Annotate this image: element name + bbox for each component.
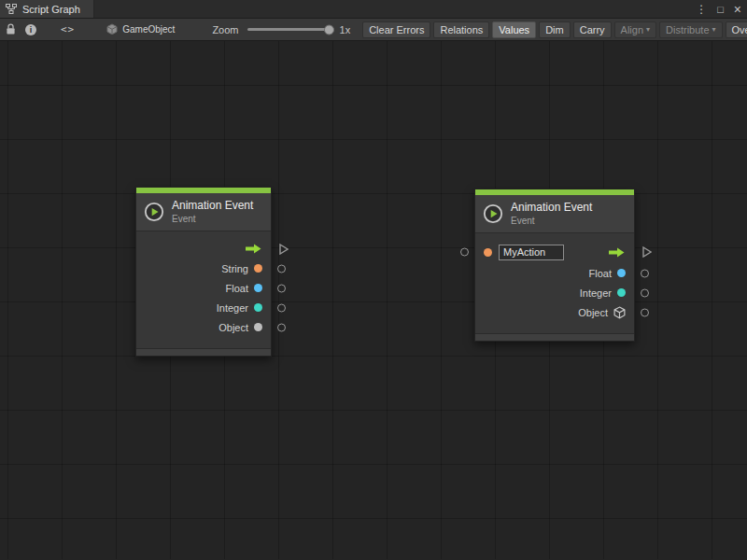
port-label: Object xyxy=(218,322,248,333)
flow-output-port[interactable] xyxy=(279,244,289,255)
port-label: Object xyxy=(578,307,608,318)
port-row-float: Float xyxy=(475,263,634,283)
overview-button[interactable]: Overview xyxy=(726,21,747,38)
zoom-value: 1x xyxy=(340,24,351,35)
string-type-dot xyxy=(254,264,262,273)
clear-errors-button[interactable]: Clear Errors xyxy=(362,21,430,38)
port-row-flow xyxy=(136,239,271,259)
distribute-button[interactable]: Distribute ▾ xyxy=(659,21,722,38)
integer-output-port[interactable] xyxy=(277,303,286,312)
port-label: Integer xyxy=(580,287,612,299)
object-output-port[interactable] xyxy=(641,308,649,316)
gameobject-selector[interactable]: GameObject xyxy=(106,23,175,35)
event-play-icon xyxy=(144,202,164,222)
integer-type-dot xyxy=(254,303,262,312)
flow-arrow-icon xyxy=(609,247,626,258)
object-cube-icon xyxy=(613,306,626,319)
port-label: Float xyxy=(226,283,248,294)
node-title: Animation Event xyxy=(172,199,253,212)
integer-type-dot xyxy=(617,288,626,297)
float-type-dot xyxy=(254,284,262,292)
align-label: Align xyxy=(621,22,643,37)
node-footer xyxy=(136,348,271,356)
float-output-port[interactable] xyxy=(641,269,649,277)
port-row-string: String xyxy=(136,259,271,278)
port-label: String xyxy=(221,263,248,274)
lock-icon[interactable] xyxy=(6,23,16,35)
flow-arrow-icon xyxy=(246,244,262,254)
node-animation-event-2[interactable]: Animation Event Event xyxy=(474,189,635,342)
string-output-port[interactable] xyxy=(277,264,286,273)
node-body: Float Integer Object xyxy=(475,233,634,333)
gameobject-icon xyxy=(106,23,118,35)
tab-script-graph[interactable]: Script Graph xyxy=(0,0,94,18)
node-header: Animation Event Event xyxy=(136,193,271,231)
dim-button[interactable]: Dim xyxy=(539,21,571,38)
graph-toolbar: i <> GameObject Zoom 1x Clear Errors Rel… xyxy=(0,19,747,41)
zoom-slider-handle[interactable] xyxy=(324,24,334,35)
close-icon[interactable]: × xyxy=(734,3,741,16)
port-row-name-input xyxy=(475,241,634,263)
object-output-port[interactable] xyxy=(277,323,286,331)
distribute-label: Distribute xyxy=(666,22,709,37)
relations-button[interactable]: Relations xyxy=(433,21,489,38)
object-type-dot xyxy=(254,323,262,331)
port-row-object: Object xyxy=(475,302,634,322)
node-title: Animation Event xyxy=(511,201,592,214)
script-graph-icon xyxy=(6,4,17,14)
titlebar: Script Graph ⋮ □ × xyxy=(0,0,747,19)
port-label: Integer xyxy=(217,302,248,314)
node-subtitle: Event xyxy=(511,216,592,226)
tab-label: Script Graph xyxy=(22,4,80,15)
window-controls: ⋮ □ × xyxy=(696,0,741,19)
node-subtitle: Event xyxy=(172,214,253,224)
code-icon[interactable]: <> xyxy=(61,23,75,35)
port-row-integer: Integer xyxy=(475,283,634,302)
zoom-label: Zoom xyxy=(212,24,238,35)
carry-button[interactable]: Carry xyxy=(573,21,612,38)
port-row-float: Float xyxy=(136,278,271,298)
chevron-down-icon: ▾ xyxy=(712,22,716,37)
float-output-port[interactable] xyxy=(277,284,286,292)
port-row-object: Object xyxy=(136,317,271,337)
integer-output-port[interactable] xyxy=(641,288,649,297)
graph-canvas[interactable]: Animation Event Event String xyxy=(0,41,747,559)
node-animation-event-1[interactable]: Animation Event Event String xyxy=(135,187,272,357)
align-button[interactable]: Align ▾ xyxy=(614,21,656,38)
string-type-dot xyxy=(484,248,492,257)
action-name-field[interactable] xyxy=(499,245,564,260)
event-play-icon xyxy=(483,203,503,224)
flow-output-port[interactable] xyxy=(642,246,652,258)
zoom-slider[interactable] xyxy=(247,28,333,31)
node-header: Animation Event Event xyxy=(475,195,634,233)
port-row-integer: Integer xyxy=(136,298,271,317)
values-button[interactable]: Values xyxy=(492,21,536,38)
port-label: Float xyxy=(589,268,612,279)
gameobject-label: GameObject xyxy=(122,24,175,35)
window-menu-icon[interactable]: ⋮ xyxy=(696,4,707,15)
float-type-dot xyxy=(617,269,626,277)
chevron-down-icon: ▾ xyxy=(646,22,650,37)
script-graph-window: Script Graph ⋮ □ × i <> GameObject Zoom xyxy=(0,0,747,560)
info-icon[interactable]: i xyxy=(25,24,36,35)
name-input-port[interactable] xyxy=(460,248,469,257)
node-footer xyxy=(475,333,634,341)
maximize-icon[interactable]: □ xyxy=(717,5,724,15)
node-body: String Float Integer Object xyxy=(136,231,271,348)
